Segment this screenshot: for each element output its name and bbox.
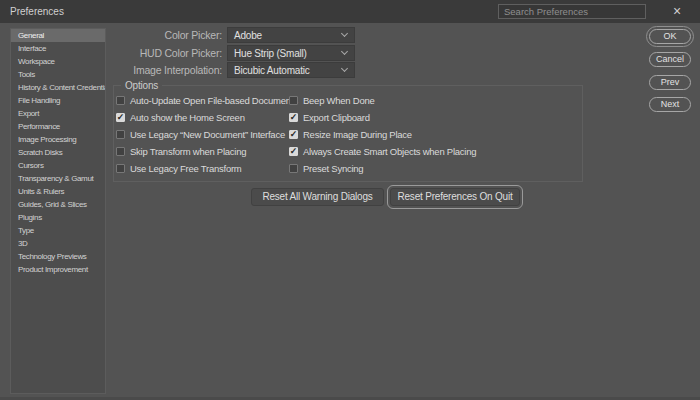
checkbox-label: Use Legacy Free Transform (130, 163, 242, 174)
checkbox[interactable]: ✓ (116, 147, 125, 156)
sidebar-item-transparency-gamut[interactable]: Transparency & Gamut (11, 172, 105, 185)
checkbox-label: Auto-Update Open File-based Documents (130, 95, 298, 106)
option-resize-image-during-place[interactable]: ✓ Resize Image During Place (289, 129, 412, 140)
check-icon: ✓ (117, 113, 125, 122)
checkbox-label: Preset Syncing (303, 163, 363, 174)
image-interpolation-select[interactable]: Bicubic Automatic (227, 62, 355, 78)
check-icon: ✓ (290, 147, 298, 156)
sidebar-item-interface[interactable]: Interface (11, 42, 105, 55)
color-picker-select[interactable]: Adobe (227, 27, 355, 43)
sidebar-item-image-processing[interactable]: Image Processing (11, 133, 105, 146)
image-interpolation-label: Image Interpolation: (110, 62, 222, 78)
checkbox[interactable]: ✓ (116, 130, 125, 139)
option-always-create-smart-objects[interactable]: ✓ Always Create Smart Objects when Placi… (289, 146, 476, 157)
option-auto-show-home-screen[interactable]: ✓ Auto show the Home Screen (116, 112, 245, 123)
color-picker-value: Adobe (228, 30, 262, 41)
reset-preferences-on-quit-button[interactable]: Reset Preferences On Quit (390, 188, 520, 206)
ok-button[interactable]: OK (649, 29, 691, 44)
title-bar: Preferences × (0, 0, 700, 23)
sidebar-item-history-content-credentials[interactable]: History & Content Credentials (11, 81, 105, 94)
sidebar-item-workspace[interactable]: Workspace (11, 55, 105, 68)
option-use-legacy-new-document[interactable]: ✓ Use Legacy “New Document” Interface (116, 129, 285, 140)
option-export-clipboard[interactable]: ✓ Export Clipboard (289, 112, 370, 123)
sidebar-item-tools[interactable]: Tools (11, 68, 105, 81)
check-icon: ✓ (290, 113, 298, 122)
sidebar-item-guides-grid-slices[interactable]: Guides, Grid & Slices (11, 198, 105, 211)
option-skip-transform-when-placing[interactable]: ✓ Skip Transform when Placing (116, 146, 246, 157)
option-beep-when-done[interactable]: ✓ Beep When Done (289, 95, 375, 106)
sidebar-item-file-handling[interactable]: File Handling (11, 94, 105, 107)
sidebar-item-cursors[interactable]: Cursors (11, 159, 105, 172)
cancel-button[interactable]: Cancel (649, 52, 691, 67)
image-interpolation-value: Bicubic Automatic (228, 65, 310, 76)
checkbox[interactable]: ✓ (289, 113, 298, 122)
checkbox-label: Export Clipboard (303, 112, 370, 123)
hud-color-picker-label: HUD Color Picker: (110, 45, 222, 61)
next-button[interactable]: Next (649, 97, 691, 112)
checkbox[interactable]: ✓ (289, 164, 298, 173)
chevron-down-icon (341, 30, 348, 37)
close-icon[interactable]: × (668, 2, 686, 20)
sidebar-item-performance[interactable]: Performance (11, 120, 105, 133)
dialog-title: Preferences (10, 0, 64, 23)
sidebar-item-general[interactable]: General (11, 29, 105, 42)
sidebar-item-export[interactable]: Export (11, 107, 105, 120)
sidebar-item-3d[interactable]: 3D (11, 237, 105, 250)
checkbox-label: Auto show the Home Screen (130, 112, 245, 123)
sidebar-item-technology-previews[interactable]: Technology Previews (11, 250, 105, 263)
search-input[interactable] (498, 4, 646, 19)
color-picker-label: Color Picker: (110, 27, 222, 43)
checkbox[interactable]: ✓ (116, 164, 125, 173)
hud-color-picker-value: Hue Strip (Small) (228, 48, 307, 59)
checkbox-label: Always Create Smart Objects when Placing (303, 146, 476, 157)
checkbox[interactable]: ✓ (289, 147, 298, 156)
option-preset-syncing[interactable]: ✓ Preset Syncing (289, 163, 363, 174)
chevron-down-icon (341, 48, 348, 55)
option-auto-update-open-docs[interactable]: ✓ Auto-Update Open File-based Documents (116, 95, 298, 106)
preferences-sidebar: General Interface Workspace Tools Histor… (10, 28, 106, 394)
checkbox[interactable]: ✓ (116, 96, 125, 105)
checkbox-label: Use Legacy “New Document” Interface (130, 129, 285, 140)
checkbox[interactable]: ✓ (116, 113, 125, 122)
chevron-down-icon (341, 65, 348, 72)
sidebar-item-type[interactable]: Type (11, 224, 105, 237)
sidebar-item-units-rulers[interactable]: Units & Rulers (11, 185, 105, 198)
checkbox-label: Resize Image During Place (303, 129, 412, 140)
options-legend: Options (121, 80, 162, 91)
checkbox[interactable]: ✓ (289, 96, 298, 105)
hud-color-picker-select[interactable]: Hue Strip (Small) (227, 45, 355, 61)
sidebar-item-product-improvement[interactable]: Product Improvement (11, 263, 105, 276)
sidebar-item-scratch-disks[interactable]: Scratch Disks (11, 146, 105, 159)
sidebar-item-plugins[interactable]: Plugins (11, 211, 105, 224)
checkbox[interactable]: ✓ (289, 130, 298, 139)
option-use-legacy-free-transform[interactable]: ✓ Use Legacy Free Transform (116, 163, 242, 174)
check-icon: ✓ (290, 130, 298, 139)
reset-all-warning-dialogs-button[interactable]: Reset All Warning Dialogs (251, 188, 384, 206)
checkbox-label: Beep When Done (303, 95, 375, 106)
prev-button[interactable]: Prev (649, 75, 691, 90)
checkbox-label: Skip Transform when Placing (130, 146, 246, 157)
preferences-dialog: Preferences × General Interface Workspac… (0, 0, 700, 400)
